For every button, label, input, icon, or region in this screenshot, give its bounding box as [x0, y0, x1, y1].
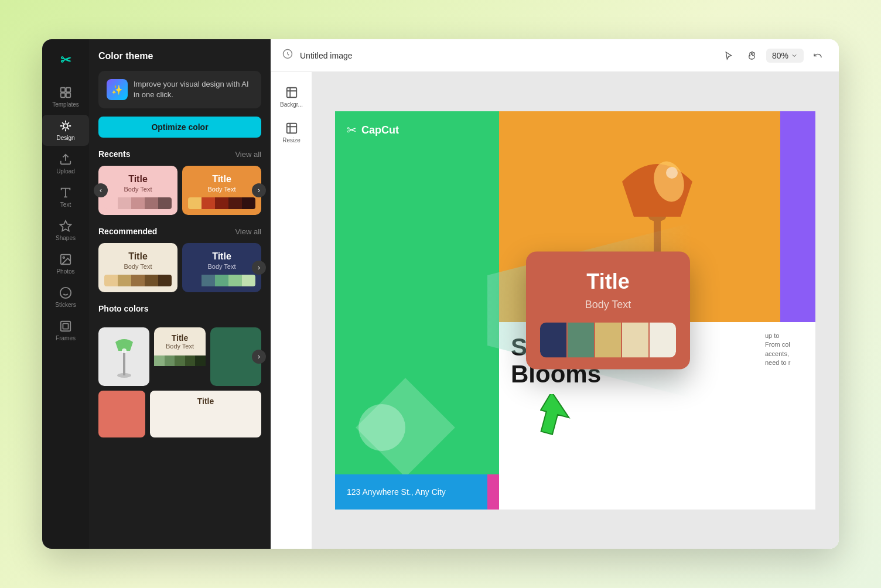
svg-rect-20 — [286, 124, 296, 134]
svg-rect-0 — [61, 88, 65, 92]
canvas-content: ✂ CapCut 123 Anywhere St., Any City — [312, 72, 839, 549]
pink-card-body: Body Text — [124, 186, 152, 193]
recents-prev-arrow[interactable]: ‹ — [94, 183, 108, 197]
photo-card-cream[interactable]: Title — [150, 391, 261, 437]
recents-cards-row: ‹ Title Body Text Tit — [98, 166, 261, 215]
svg-point-4 — [63, 124, 67, 128]
svg-rect-2 — [61, 93, 65, 97]
svg-point-18 — [122, 348, 127, 353]
photo-colors-header: Photo colors — [98, 304, 261, 320]
capcut-logo-area: ✂ CapCut — [347, 123, 487, 137]
svg-rect-17 — [123, 351, 125, 375]
cream-card-title: Title — [197, 396, 214, 406]
frames-icon — [59, 320, 72, 333]
svg-point-25 — [666, 167, 678, 179]
recents-header: Recents View all — [98, 149, 261, 159]
canvas-shapes-area — [347, 149, 487, 498]
navy-card-title: Title — [212, 251, 231, 262]
icon-sidebar: ✂ Templates Design — [42, 39, 89, 549]
capcut-logo-icon: ✂ — [347, 123, 357, 137]
upload-label: Upload — [56, 168, 75, 175]
svg-marker-8 — [60, 221, 71, 231]
resize-tool[interactable]: Resize — [275, 117, 309, 148]
photo-card-swatches — [154, 355, 205, 366]
photos-label: Photos — [56, 268, 74, 275]
summer-subtitle: up toFrom colaccents,need to r — [765, 331, 806, 368]
recents-view-all[interactable]: View all — [235, 150, 261, 159]
photo-colors-title: Photo colors — [98, 304, 149, 313]
text-label: Text — [60, 201, 71, 208]
shapes-icon — [59, 220, 72, 233]
recent-card-orange[interactable]: Title Body Text — [182, 166, 261, 215]
beige-card-body: Body Text — [124, 263, 152, 270]
stickers-label: Stickers — [55, 302, 76, 308]
photo-cards-row-2: Title — [98, 391, 261, 437]
photo-card-lamp[interactable] — [98, 327, 149, 386]
document-title: Untitled image — [300, 51, 712, 60]
navy-card-swatches — [188, 275, 255, 286]
upload-icon — [59, 153, 72, 166]
background-icon — [285, 86, 298, 99]
address-text: 123 Anywhere St., Any City — [347, 487, 446, 497]
popup-card-title: Title — [586, 269, 629, 294]
recommended-card-navy[interactable]: Title Body Text — [182, 243, 261, 292]
toolbar-right: 80% — [719, 46, 827, 65]
app-window: ✂ Templates Design — [42, 39, 839, 549]
photo-next-arrow[interactable]: › — [252, 350, 266, 364]
recommended-card-beige[interactable]: Title Body Text — [98, 243, 177, 292]
recents-next-arrow[interactable]: › — [252, 183, 266, 197]
pink-card-swatches — [104, 197, 172, 209]
top-toolbar: Untitled image 80% — [271, 39, 839, 72]
resize-icon — [285, 122, 298, 135]
svg-rect-3 — [66, 93, 70, 97]
canvas-purple-bar — [780, 111, 815, 322]
recommended-title: Recommended — [98, 227, 157, 236]
background-tool[interactable]: Backgr... — [275, 81, 309, 112]
canvas-left-section: ✂ CapCut 123 Anywhere St., Any City — [335, 111, 499, 510]
select-tool-button[interactable] — [719, 46, 738, 65]
canvas-area: Backgr... Resize — [271, 72, 839, 549]
hand-tool-button[interactable] — [743, 46, 762, 65]
sidebar-item-shapes[interactable]: Shapes — [42, 215, 89, 246]
optimize-color-button[interactable]: Optimize color — [98, 117, 261, 138]
app-logo-icon: ✂ — [60, 53, 71, 68]
stickers-icon — [59, 286, 72, 299]
recents-title: Recents — [98, 149, 130, 159]
resize-tool-label: Resize — [282, 137, 301, 143]
popup-card[interactable]: Title Body Text — [526, 252, 690, 370]
lamp-svg — [110, 333, 139, 380]
sidebar-item-photos[interactable]: Photos — [42, 248, 89, 279]
sidebar-item-text[interactable]: Text — [42, 182, 89, 213]
svg-rect-1 — [66, 88, 70, 92]
undo-button[interactable] — [808, 46, 827, 65]
photo-card-title: Title — [160, 333, 199, 343]
cursor-arrow-container — [540, 394, 575, 437]
canvas-bottom-section: 123 Anywhere St., Any City — [335, 474, 499, 510]
recommended-cards-row: Title Body Text Title Body Text — [98, 243, 261, 292]
beige-card-title: Title — [128, 251, 148, 262]
sidebar-item-frames[interactable]: Frames — [42, 315, 89, 346]
photo-card-beige[interactable]: Title Body Text — [154, 327, 205, 386]
canvas-diamond-shape — [356, 378, 455, 477]
recent-card-pink[interactable]: Title Body Text — [98, 166, 177, 215]
sidebar-item-stickers[interactable]: Stickers — [42, 282, 89, 313]
sidebar-item-design[interactable]: Design — [42, 115, 89, 146]
sidebar-item-upload[interactable]: Upload — [42, 148, 89, 179]
design-icon — [59, 119, 72, 132]
swatch-3 — [595, 323, 622, 358]
pink-card-title: Title — [128, 174, 148, 184]
panel-title: Color theme — [98, 51, 261, 61]
orange-card-swatches — [188, 197, 255, 209]
recommended-view-all[interactable]: View all — [235, 227, 261, 236]
svg-rect-14 — [61, 322, 71, 331]
text-icon — [59, 186, 72, 199]
cursor-arrow-svg — [540, 394, 575, 435]
ai-banner: ✨ Improve your visual design with AI in … — [98, 71, 261, 108]
ai-icon: ✨ — [107, 79, 128, 100]
photo-card-red[interactable] — [98, 391, 145, 437]
sidebar-item-templates[interactable]: Templates — [42, 81, 89, 112]
recommended-next-arrow[interactable]: › — [252, 261, 266, 275]
zoom-control[interactable]: 80% — [766, 49, 804, 63]
photo-cards-row: Title Body Text › — [98, 327, 261, 386]
frames-label: Frames — [56, 335, 76, 341]
